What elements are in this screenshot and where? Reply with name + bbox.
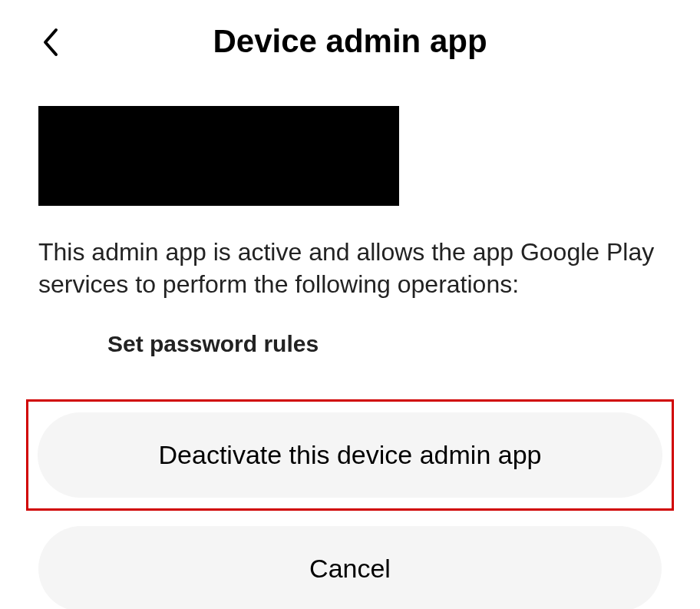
- back-icon[interactable]: [42, 27, 61, 58]
- cancel-button-wrap: Cancel: [38, 526, 662, 609]
- deactivate-button[interactable]: Deactivate this device admin app: [38, 412, 662, 498]
- page-title: Device admin app: [31, 23, 669, 60]
- operation-item: Set password rules: [38, 331, 662, 357]
- content-area: This admin app is active and allows the …: [0, 106, 700, 609]
- admin-description: This admin app is active and allows the …: [38, 237, 662, 300]
- cancel-button[interactable]: Cancel: [38, 526, 662, 609]
- header: Device admin app: [0, 0, 700, 75]
- app-icon-redacted: [38, 106, 399, 206]
- highlight-box: Deactivate this device admin app: [26, 399, 674, 511]
